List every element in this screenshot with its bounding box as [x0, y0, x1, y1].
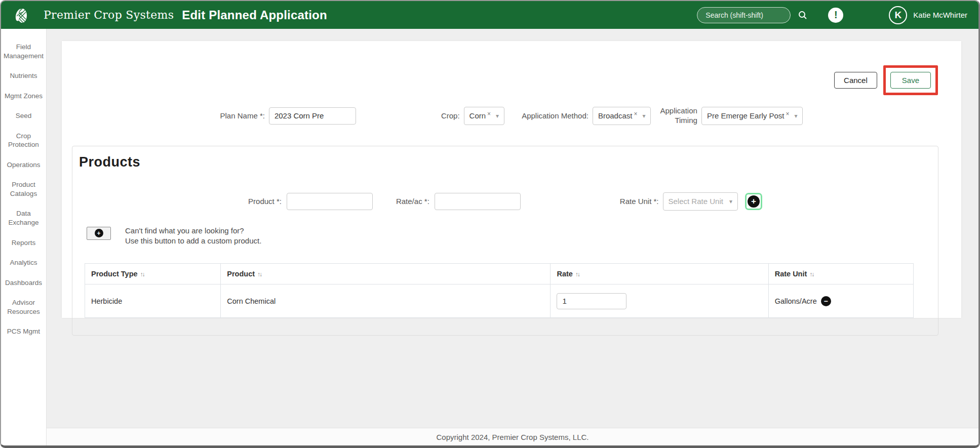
search-input[interactable] [697, 7, 791, 23]
chevron-down-icon: ▾ [729, 198, 732, 205]
plan-details-form-row: Plan Name *: Crop: Corn × ▾ Application … [62, 106, 961, 126]
application-timing-selected-value: Pre Emerge Early Post [707, 111, 785, 120]
plan-name-input[interactable] [269, 107, 356, 125]
save-highlight-annotation: Save [883, 65, 938, 95]
avatar[interactable]: K [889, 6, 907, 24]
sidebar-item-advisor-resources[interactable]: Advisor Resources [1, 293, 46, 321]
chevron-down-icon: ▾ [642, 112, 645, 119]
column-header-product-type[interactable]: Product Type↑↓ [85, 264, 221, 284]
crop-remove-icon[interactable]: × [487, 110, 491, 117]
chevron-down-icon: ▾ [794, 112, 797, 119]
sidebar: Field Management Nutrients Mgmt Zones Se… [1, 29, 47, 445]
sidebar-item-nutrients[interactable]: Nutrients [1, 66, 46, 86]
minus-icon: − [824, 298, 828, 305]
footer: Copyright 2024, Premier Crop Systems, LL… [47, 428, 978, 445]
sidebar-item-seed[interactable]: Seed [1, 106, 46, 126]
sidebar-item-crop-protection[interactable]: Crop Protection [1, 126, 46, 155]
add-product-highlight-ring: + [745, 193, 762, 210]
remove-row-button[interactable]: − [821, 296, 831, 306]
table-header-row: Product Type↑↓ Product↑↓ Rate↑↓ Rate Uni… [85, 264, 914, 284]
crop-selected-value: Corn [469, 111, 486, 120]
application-method-select[interactable]: Broadcast × ▾ [593, 107, 651, 125]
product-label: Product *: [248, 197, 282, 206]
application-method-remove-icon[interactable]: × [634, 110, 637, 117]
application-method-selected-value: Broadcast [598, 111, 633, 120]
corn-logo-icon [12, 5, 29, 25]
brand-name: Premier Crop Systems [44, 9, 174, 21]
save-button[interactable]: Save [890, 72, 931, 89]
search-icon[interactable] [798, 10, 808, 20]
cancel-button[interactable]: Cancel [834, 72, 877, 89]
sidebar-item-mgmt-zones[interactable]: Mgmt Zones [1, 86, 46, 106]
cell-product: Corn Chemical [221, 284, 551, 318]
sort-icon: ↑↓ [809, 271, 813, 278]
sort-icon: ↑↓ [257, 271, 261, 278]
sidebar-item-operations[interactable]: Operations [1, 155, 46, 175]
rate-unit-select[interactable]: Select Rate Unit ▾ [663, 192, 738, 211]
products-table: Product Type↑↓ Product↑↓ Rate↑↓ Rate Uni… [85, 263, 914, 318]
row-rate-input[interactable] [557, 293, 626, 309]
plus-icon: + [95, 229, 103, 237]
crop-label: Crop: [441, 111, 460, 120]
sidebar-item-data-exchange[interactable]: Data Exchange [1, 203, 46, 232]
application-timing-remove-icon[interactable]: × [786, 110, 789, 117]
cell-rate [551, 284, 768, 318]
rate-per-acre-input[interactable] [435, 193, 521, 210]
products-panel: Products Product *: Rate/ac *: Rate Unit… [72, 146, 938, 336]
alert-icon[interactable]: ! [828, 8, 843, 23]
rate-unit-value: Gallons/Acre [775, 297, 817, 305]
sidebar-item-field-management[interactable]: Field Management [1, 37, 46, 66]
sidebar-item-reports[interactable]: Reports [1, 233, 46, 253]
sidebar-item-dashboards[interactable]: Dashboards [1, 273, 46, 293]
products-heading: Products [72, 154, 938, 170]
chevron-down-icon: ▾ [496, 112, 499, 119]
application-method-label: Application Method: [522, 111, 589, 120]
cell-product-type: Herbicide [85, 284, 221, 318]
table-row: Herbicide Corn Chemical Gallons/Acre − [85, 284, 914, 318]
column-header-product[interactable]: Product↑↓ [221, 264, 551, 284]
copyright-text: Copyright 2024, Premier Crop Systems, LL… [437, 433, 589, 441]
plan-name-label: Plan Name *: [220, 111, 265, 120]
column-header-rate[interactable]: Rate↑↓ [551, 264, 768, 284]
user-name[interactable]: Katie McWhirter [913, 11, 967, 19]
plan-edit-card: Cancel Save Plan Name *: Crop: Corn × ▾ … [62, 41, 961, 318]
page-title: Edit Planned Application [182, 8, 327, 22]
sidebar-item-pcs-mgmt[interactable]: PCS Mgmt [1, 321, 46, 342]
rate-per-acre-label: Rate/ac *: [396, 197, 429, 206]
application-timing-select[interactable]: Pre Emerge Early Post × ▾ [701, 107, 803, 125]
top-navigation-bar: Premier Crop Systems Edit Planned Applic… [1, 1, 978, 29]
plus-icon: + [751, 197, 756, 206]
crop-select[interactable]: Corn × ▾ [464, 107, 505, 125]
sort-icon: ↑↓ [140, 271, 144, 278]
add-custom-product-button[interactable]: + [87, 227, 111, 240]
add-product-button[interactable]: + [748, 195, 760, 208]
cell-rate-unit: Gallons/Acre − [768, 284, 913, 318]
add-product-form-row: Product *: Rate/ac *: Rate Unit *: Selec… [72, 192, 938, 211]
topbar-right-group: ! K Katie McWhirter [697, 6, 967, 24]
custom-product-hint-text: Can't find what you are looking for? Use… [125, 226, 261, 247]
app-window: Premier Crop Systems Edit Planned Applic… [0, 0, 980, 448]
custom-product-hint-row: + Can't find what you are looking for? U… [87, 226, 938, 247]
form-actions: Cancel Save [62, 41, 961, 95]
rate-unit-placeholder: Select Rate Unit [669, 197, 723, 206]
column-header-rate-unit[interactable]: Rate Unit↑↓ [768, 264, 913, 284]
application-timing-label: Application Timing [660, 106, 697, 126]
main-content-area: Cancel Save Plan Name *: Crop: Corn × ▾ … [47, 29, 978, 445]
sidebar-item-analytics[interactable]: Analytics [1, 253, 46, 273]
sort-icon: ↑↓ [575, 271, 579, 278]
rate-unit-label: Rate Unit *: [620, 197, 659, 206]
product-input[interactable] [287, 193, 373, 210]
sidebar-item-product-catalogs[interactable]: Product Catalogs [1, 175, 46, 203]
